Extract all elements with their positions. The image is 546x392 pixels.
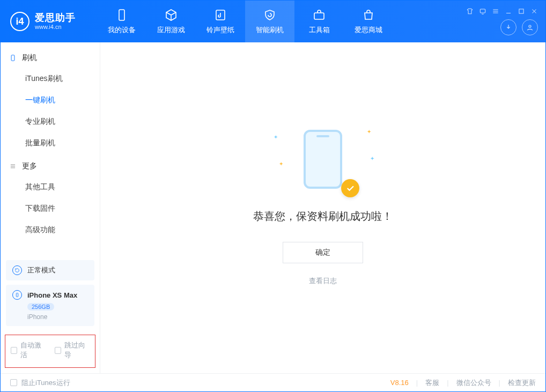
- checkbox-auto-activate[interactable]: 自动激活: [11, 341, 46, 360]
- sidebar-item-download-firmware[interactable]: 下载固件: [1, 198, 100, 219]
- sidebar-group-more: 更多: [1, 154, 100, 176]
- ok-button[interactable]: 确定: [283, 242, 363, 263]
- tab-label: 工具箱: [309, 25, 330, 35]
- phone-outline-icon: [12, 290, 22, 300]
- body: 刷机 iTunes刷机 一键刷机 专业刷机 批量刷机 更多 其他工具 下载固件 …: [1, 42, 545, 373]
- customer-service-link[interactable]: 客服: [425, 378, 439, 388]
- close-icon[interactable]: [530, 8, 538, 15]
- sparkle-icon: ✦: [274, 134, 278, 140]
- success-illustration: ✦ ✦ ✦ ✦: [291, 130, 355, 194]
- device-mode-label: 正常模式: [27, 265, 55, 275]
- cube-icon: [164, 8, 178, 22]
- window-controls: [466, 8, 538, 15]
- checkbox-label: 阻止iTunes运行: [21, 378, 70, 388]
- user-button[interactable]: [522, 19, 538, 35]
- main-tabs: 我的设备 应用游戏 铃声壁纸 智能刷机 工具箱 爱思商城: [97, 1, 466, 42]
- feedback-icon[interactable]: [479, 8, 486, 15]
- menu-icon[interactable]: [492, 8, 499, 15]
- version-label: V8.16: [390, 379, 409, 387]
- tab-toolbox[interactable]: 工具箱: [294, 1, 344, 42]
- device-panel: 正常模式 iPhone XS Max 256GB iPhone: [6, 256, 94, 326]
- shopping-bag-icon: [361, 8, 375, 22]
- sidebar-item-onekey-flash[interactable]: 一键刷机: [1, 90, 100, 111]
- success-message: 恭喜您，保资料刷机成功啦！: [253, 209, 393, 224]
- device-info-row[interactable]: iPhone XS Max 256GB iPhone: [6, 285, 94, 326]
- separator: |: [416, 379, 418, 387]
- svg-rect-3: [480, 9, 485, 13]
- tab-my-device[interactable]: 我的设备: [97, 1, 146, 42]
- music-note-icon: [213, 8, 227, 22]
- sidebar-item-pro-flash[interactable]: 专业刷机: [1, 111, 100, 132]
- tab-smart-flash[interactable]: 智能刷机: [245, 1, 294, 42]
- tab-ringtone-wallpaper[interactable]: 铃声壁纸: [196, 1, 245, 42]
- tab-label: 应用游戏: [157, 25, 185, 35]
- phone-icon: [9, 54, 17, 62]
- tab-label: 智能刷机: [256, 25, 284, 35]
- tab-label: 铃声壁纸: [206, 25, 234, 35]
- top-bar: i4 爱思助手 www.i4.cn 我的设备 应用游戏 铃声壁纸 智能刷机: [1, 1, 545, 42]
- list-icon: [9, 162, 17, 170]
- minimize-icon[interactable]: [505, 8, 512, 15]
- group-label: 更多: [22, 161, 37, 171]
- checkbox-icon: [55, 347, 61, 354]
- app-name: 爱思助手: [35, 12, 76, 24]
- svg-rect-4: [519, 9, 523, 13]
- separator: |: [447, 379, 448, 387]
- app-url: www.i4.cn: [35, 24, 76, 31]
- svg-rect-0: [119, 10, 124, 20]
- refresh-icon: [12, 265, 22, 275]
- device-mode-row[interactable]: 正常模式: [6, 260, 94, 280]
- sidebar-item-itunes-flash[interactable]: iTunes刷机: [1, 68, 100, 90]
- sidebar-item-other-tools[interactable]: 其他工具: [1, 176, 100, 198]
- svg-rect-2: [314, 13, 324, 19]
- main-content: ✦ ✦ ✦ ✦ 恭喜您，保资料刷机成功啦！ 确定 查看日志: [100, 42, 545, 373]
- briefcase-icon: [312, 8, 326, 22]
- window-controls-area: [466, 1, 545, 42]
- tab-label: 爱思商城: [355, 25, 382, 35]
- device-type: iPhone: [12, 313, 47, 321]
- wechat-link[interactable]: 微信公众号: [456, 378, 491, 388]
- group-label: 刷机: [22, 53, 37, 63]
- download-button[interactable]: [500, 19, 517, 35]
- shield-refresh-icon: [263, 8, 277, 22]
- tshirt-icon[interactable]: [466, 8, 474, 15]
- sparkle-icon: ✦: [279, 161, 283, 167]
- checkbox-icon: [11, 347, 17, 354]
- device-name: iPhone XS Max: [27, 291, 77, 299]
- maximize-icon[interactable]: [518, 8, 525, 15]
- checkbox-skip-guide[interactable]: 跳过向导: [55, 341, 90, 360]
- check-update-link[interactable]: 检查更新: [508, 378, 536, 388]
- sidebar-item-batch-flash[interactable]: 批量刷机: [1, 132, 100, 154]
- view-log-link[interactable]: 查看日志: [309, 276, 337, 286]
- tab-apps-games[interactable]: 应用游戏: [146, 1, 196, 42]
- phone-icon: [304, 130, 342, 189]
- status-bar: 阻止iTunes运行 V8.16 | 客服 | 微信公众号 | 检查更新: [1, 373, 545, 391]
- checkbox-icon: [10, 379, 17, 386]
- app-window: i4 爱思助手 www.i4.cn 我的设备 应用游戏 铃声壁纸 智能刷机: [0, 0, 546, 392]
- checkbox-label: 自动激活: [20, 341, 46, 360]
- logo-icon: i4: [10, 12, 29, 31]
- device-storage: 256GB: [27, 303, 54, 310]
- sidebar-item-advanced[interactable]: 高级功能: [1, 219, 100, 241]
- sparkle-icon: ✦: [367, 129, 371, 135]
- svg-rect-6: [11, 55, 14, 61]
- tab-store[interactable]: 爱思商城: [344, 1, 393, 42]
- svg-rect-7: [16, 293, 18, 297]
- tab-label: 我的设备: [108, 25, 136, 35]
- separator: |: [499, 379, 500, 387]
- svg-point-5: [529, 25, 531, 27]
- options-highlight-box: 自动激活 跳过向导: [5, 335, 95, 368]
- checkbox-label: 跳过向导: [64, 341, 90, 360]
- checkbox-block-itunes[interactable]: 阻止iTunes运行: [10, 378, 70, 388]
- checkmark-badge-icon: [341, 179, 359, 197]
- sparkle-icon: ✦: [370, 156, 374, 161]
- sidebar: 刷机 iTunes刷机 一键刷机 专业刷机 批量刷机 更多 其他工具 下载固件 …: [1, 42, 100, 373]
- app-logo: i4 爱思助手 www.i4.cn: [1, 1, 97, 42]
- sidebar-group-flash: 刷机: [1, 46, 100, 68]
- device-icon: [115, 8, 129, 22]
